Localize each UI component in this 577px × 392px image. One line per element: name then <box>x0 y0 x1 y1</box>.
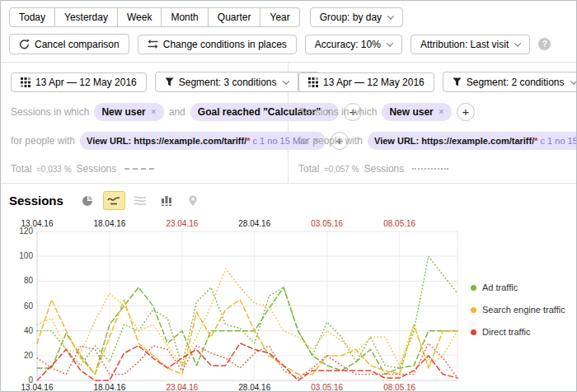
tab-yesterday[interactable]: Yesterday <box>55 7 118 27</box>
segment-total-row: Total ≈0,033 % Sessions <box>11 163 283 175</box>
segment-line-style-sample <box>412 168 448 170</box>
funnel-icon <box>453 77 462 86</box>
svg-text:100: 100 <box>19 251 33 260</box>
calendar-grid-icon <box>308 77 318 87</box>
legend-item-direct-traffic[interactable]: Direct traffic <box>471 327 565 337</box>
sessions-conditions-row: Sessions in which New user × and Goal re… <box>11 103 283 121</box>
date-range-label: 13 Apr — 12 May 2016 <box>323 77 425 87</box>
tab-week[interactable]: Week <box>118 7 162 27</box>
legend-item-ad-traffic[interactable]: Ad traffic <box>471 282 565 292</box>
group-by-dropdown[interactable]: Group: by day <box>310 7 403 27</box>
segment-panels: 13 Apr — 12 May 2016 Segment: 3 conditio… <box>1 62 576 183</box>
legend-label: Search engine traffic <box>482 305 565 315</box>
panel-b-controls: 13 Apr — 12 May 2016 Segment: 2 conditio… <box>298 72 571 92</box>
total-value: ≈0,033 % <box>36 165 71 174</box>
people-conditions-row: for people with View URL: https://exampl… <box>298 132 571 150</box>
column-chart-icon[interactable] <box>156 191 178 210</box>
help-icon[interactable]: ? <box>538 38 551 50</box>
total-label: Total <box>11 163 31 175</box>
change-conditions-label: Change conditions in places <box>163 40 287 49</box>
condition-pill-label: New user <box>389 106 433 118</box>
legend-dot <box>471 329 476 335</box>
remove-condition-icon[interactable]: × <box>439 106 444 118</box>
condition-joiner: and <box>169 106 185 118</box>
url-condition-text: View URL: https://example.com/tariff/* c… <box>374 136 577 146</box>
segment-panel-a: 13 Apr — 12 May 2016 Segment: 3 conditio… <box>1 63 288 183</box>
stacked-area-icon[interactable] <box>129 191 152 210</box>
chevron-down-icon <box>570 77 576 84</box>
url-condition-pill[interactable]: View URL: https://example.com/tariff/* c… <box>368 132 577 150</box>
group-by-label: Group: by day <box>320 12 382 22</box>
tab-month[interactable]: Month <box>162 7 208 27</box>
refresh-icon <box>19 39 30 49</box>
analytics-app: Today Yesterday Week Month Quarter Year … <box>0 0 577 392</box>
chevron-down-icon <box>387 40 393 46</box>
condition-pill-label: New user <box>101 106 145 118</box>
comparison-row: Cancel comparison Change conditions in p… <box>9 34 568 54</box>
tab-today[interactable]: Today <box>9 7 55 27</box>
condition-pill[interactable]: New user × <box>382 103 451 121</box>
chart-legend: Ad traffic Search engine traffic Direct … <box>462 218 565 392</box>
segment-dropdown[interactable]: Segment: 2 conditions <box>443 72 577 92</box>
sessions-line-chart: 02040608010012013.04.1613.04.1618.04.161… <box>9 218 462 392</box>
cancel-comparison-button[interactable]: Cancel comparison <box>9 34 129 54</box>
period-row: Today Yesterday Week Month Quarter Year … <box>9 7 568 27</box>
sessions-conditions-row: Sessions in which New user × + <box>298 103 571 121</box>
date-range-label: 13 Apr — 12 May 2016 <box>35 77 137 87</box>
period-tabs: Today Yesterday Week Month Quarter Year <box>9 7 300 27</box>
accuracy-dropdown[interactable]: Accuracy: 10% <box>305 35 402 54</box>
toolbar: Today Yesterday Week Month Quarter Year … <box>1 1 576 54</box>
legend-dot <box>471 307 476 313</box>
for-people-with-label: for people with <box>298 135 363 147</box>
svg-text:13.04.16: 13.04.16 <box>21 383 54 392</box>
total-metric: Sessions <box>77 163 117 175</box>
legend-label: Direct traffic <box>482 327 530 337</box>
total-metric: Sessions <box>364 163 405 175</box>
pie-chart-icon[interactable] <box>77 191 99 210</box>
segment-panel-b: 13 Apr — 12 May 2016 Segment: 2 conditio… <box>288 63 576 183</box>
line-chart-icon[interactable] <box>103 191 125 210</box>
svg-text:23.04.16: 23.04.16 <box>166 219 198 228</box>
segment-label: Segment: 2 conditions <box>467 77 565 87</box>
svg-text:18.04.16: 18.04.16 <box>93 383 125 392</box>
svg-text:08.05.16: 08.05.16 <box>383 383 415 392</box>
remove-condition-icon[interactable]: × <box>151 106 157 118</box>
map-pin-icon[interactable] <box>182 191 204 210</box>
add-condition-button[interactable]: + <box>457 103 475 121</box>
change-conditions-button[interactable]: Change conditions in places <box>138 35 297 54</box>
legend-item-search-traffic[interactable]: Search engine traffic <box>471 305 565 315</box>
funnel-icon <box>165 77 174 86</box>
for-people-with-label: for people with <box>11 135 75 147</box>
svg-text:08.05.16: 08.05.16 <box>383 219 415 228</box>
tab-year[interactable]: Year <box>260 7 299 27</box>
segment-line-style-sample <box>124 168 154 170</box>
total-value: ≈0,057 % <box>324 165 359 174</box>
attribution-dropdown[interactable]: Attribution: Last visit <box>410 35 530 54</box>
url-condition-text: View URL: https://example.com/tariff/* c… <box>87 136 308 146</box>
svg-text:18.04.16: 18.04.16 <box>93 219 125 228</box>
chevron-down-icon <box>514 40 521 46</box>
segment-label: Segment: 3 conditions <box>179 77 277 87</box>
svg-text:60: 60 <box>24 301 34 310</box>
svg-text:80: 80 <box>24 276 34 285</box>
panel-a-controls: 13 Apr — 12 May 2016 Segment: 3 conditio… <box>11 72 283 92</box>
date-range-button[interactable]: 13 Apr — 12 May 2016 <box>11 72 147 92</box>
svg-text:03.05.16: 03.05.16 <box>311 219 343 228</box>
tab-quarter[interactable]: Quarter <box>209 7 261 27</box>
segment-control-group: Segment: 2 conditions × <box>443 72 577 92</box>
sessions-chart-section: Sessions 0204060801001201 <box>1 183 576 392</box>
calendar-grid-icon <box>21 77 30 87</box>
attribution-label: Attribution: Last visit <box>420 40 509 49</box>
svg-text:28.04.16: 28.04.16 <box>238 383 270 392</box>
svg-text:40: 40 <box>24 326 34 335</box>
chart-type-switcher <box>77 191 204 210</box>
cancel-comparison-label: Cancel comparison <box>35 40 120 49</box>
condition-pill[interactable]: New user × <box>94 103 163 121</box>
sessions-in-which-label: Sessions in which <box>298 106 377 118</box>
accuracy-label: Accuracy: 10% <box>315 40 381 49</box>
segment-dropdown[interactable]: Segment: 3 conditions <box>155 72 298 92</box>
svg-text:20: 20 <box>24 351 34 360</box>
total-label: Total <box>298 163 319 175</box>
people-conditions-row: for people with View URL: https://exampl… <box>11 132 283 150</box>
date-range-button[interactable]: 13 Apr — 12 May 2016 <box>298 72 434 92</box>
